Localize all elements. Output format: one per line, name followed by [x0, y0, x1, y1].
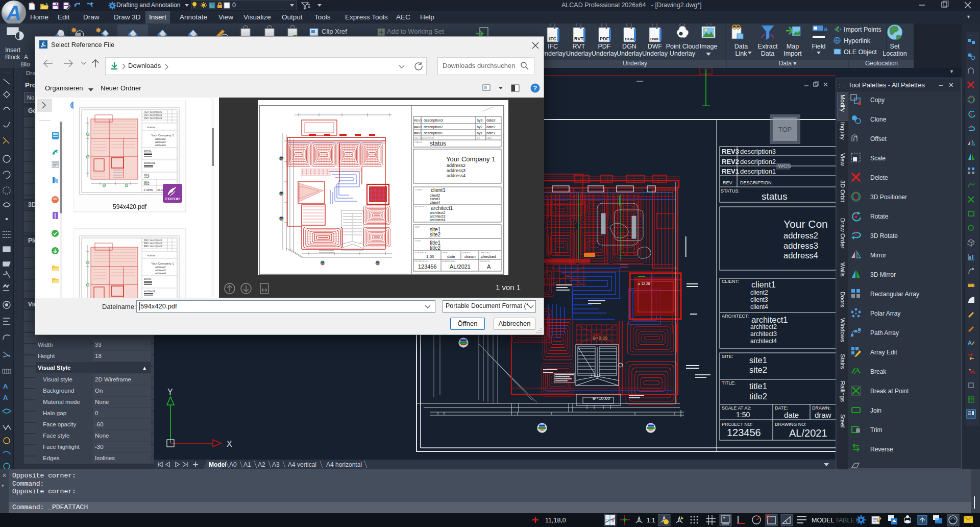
- svg-text:Break: Break: [870, 368, 887, 375]
- svg-text:AL/2021: AL/2021: [450, 264, 471, 270]
- svg-text:A: A: [3, 382, 8, 390]
- svg-text:Add to Working Set: Add to Working Set: [387, 28, 444, 35]
- svg-text:IFC: IFC: [549, 36, 557, 41]
- svg-text:STATUS:: STATUS:: [414, 141, 423, 143]
- svg-text:Link: Link: [736, 50, 748, 57]
- svg-text:⌀ 12.28: ⌀ 12.28: [638, 282, 650, 285]
- svg-text:PDF: PDF: [600, 36, 609, 41]
- svg-text:Model: Model: [209, 461, 227, 468]
- svg-text:by1: by1: [477, 131, 482, 135]
- svg-text:PROJECT NO:: PROJECT NO:: [722, 422, 752, 427]
- svg-text:REV1: REV1: [414, 132, 422, 135]
- svg-text:a: a: [824, 25, 828, 33]
- svg-text:Image: Image: [700, 43, 718, 50]
- svg-text:594x420.pdf: 594x420.pdf: [113, 203, 147, 210]
- svg-text:1:1: 1:1: [647, 517, 655, 524]
- svg-text:123456: 123456: [418, 264, 437, 270]
- svg-text:site2: site2: [749, 365, 767, 374]
- svg-text:Rectangular Array: Rectangular Array: [870, 291, 919, 298]
- svg-text:DATE:: DATE:: [486, 137, 492, 139]
- svg-text:TOP: TOP: [778, 126, 792, 133]
- svg-text:Underlay: Underlay: [566, 50, 592, 57]
- svg-text:TITLE:: TITLE:: [415, 239, 421, 242]
- svg-text:client2: client2: [430, 194, 440, 197]
- svg-text:X: X: [227, 440, 232, 448]
- svg-text:+ 9.29: + 9.29: [591, 374, 601, 377]
- svg-text:Your Company 1: Your Company 1: [446, 155, 495, 163]
- svg-text:Inquiry: Inquiry: [840, 122, 846, 140]
- svg-text:RVT: RVT: [574, 36, 583, 41]
- svg-text:Polar Array: Polar Array: [870, 310, 900, 317]
- svg-text:SCALE AT A2:: SCALE AT A2:: [414, 251, 428, 254]
- svg-text:Offset: Offset: [870, 135, 887, 142]
- svg-text:Delete: Delete: [870, 174, 888, 181]
- svg-text:Set: Set: [890, 43, 900, 50]
- svg-text:A0: A0: [229, 461, 237, 468]
- svg-text:3D Rotate: 3D Rotate: [870, 232, 898, 239]
- svg-text:TABLET: TABLET: [835, 517, 859, 524]
- svg-text:by2: by2: [477, 125, 482, 129]
- svg-text:title2: title2: [749, 392, 767, 401]
- svg-text:View: View: [840, 153, 846, 166]
- svg-text:Rotate: Rotate: [870, 213, 889, 220]
- svg-text:site2: site2: [430, 232, 441, 237]
- svg-text:REV: DESCRIPTION:: REV: DESCRIPTION:: [414, 137, 434, 139]
- svg-text:REV:: REV:: [723, 180, 733, 185]
- svg-text:A: A: [24, 54, 28, 61]
- svg-text:DESCRIPTION:: DESCRIPTION:: [740, 180, 773, 185]
- svg-text:CLIENT:: CLIENT:: [722, 279, 739, 284]
- svg-text:DRAWN:: DRAWN:: [462, 251, 470, 254]
- svg-text:drawn: drawn: [464, 254, 476, 259]
- svg-text:address4: address4: [783, 251, 818, 260]
- svg-text:Draw Order: Draw Order: [840, 218, 846, 249]
- svg-text:Mirror: Mirror: [870, 252, 886, 259]
- svg-text:Insert: Insert: [5, 46, 21, 54]
- svg-text:CHECKED:: CHECKED:: [480, 251, 491, 254]
- svg-text:3D Orbit: 3D Orbit: [840, 180, 846, 203]
- svg-text:Import: Import: [783, 50, 802, 57]
- svg-text:Join: Join: [870, 407, 881, 414]
- svg-text:Clone: Clone: [870, 116, 887, 123]
- svg-text:ARCHITECT:: ARCHITECT:: [415, 205, 427, 208]
- svg-text:architect3: architect3: [430, 214, 445, 218]
- svg-text:Field: Field: [812, 43, 825, 50]
- svg-text:DRAWING NO:: DRAWING NO:: [775, 422, 806, 427]
- svg-text:Modify: Modify: [840, 94, 846, 112]
- svg-text:architect2: architect2: [750, 323, 777, 330]
- svg-text:DWF: DWF: [648, 43, 663, 50]
- svg-text:Y: Y: [167, 388, 173, 396]
- svg-text:A: A: [968, 340, 972, 346]
- svg-text:client3: client3: [750, 296, 768, 303]
- svg-text:PROJECT NO:: PROJECT NO:: [414, 260, 428, 262]
- svg-text:ARCHITECT:: ARCHITECT:: [722, 314, 749, 319]
- svg-text:date: date: [447, 254, 455, 259]
- svg-text:Underlay: Underlay: [642, 50, 668, 57]
- svg-text:Hyperlink: Hyperlink: [844, 37, 871, 44]
- svg-text:Data: Data: [734, 43, 748, 50]
- svg-text:description1: description1: [740, 167, 776, 175]
- svg-text:Trim: Trim: [870, 426, 883, 434]
- svg-text:Extract: Extract: [758, 43, 778, 50]
- svg-text:DWF: DWF: [650, 37, 659, 41]
- svg-text:Import Points: Import Points: [844, 26, 881, 33]
- svg-text:A: A: [487, 264, 491, 270]
- svg-text:draw: draw: [815, 411, 831, 419]
- svg-text:Scale: Scale: [870, 155, 886, 162]
- svg-text:architect1: architect1: [431, 205, 453, 211]
- svg-text:Railings: Railings: [840, 381, 846, 402]
- svg-text:DATE:: DATE:: [775, 405, 788, 411]
- svg-text:⊕+9.29: ⊕+9.29: [592, 336, 607, 341]
- svg-text:address2: address2: [783, 231, 818, 240]
- svg-text:11,18,0: 11,18,0: [545, 517, 566, 524]
- svg-text:BY:: BY:: [477, 137, 480, 139]
- svg-text:architect2: architect2: [430, 211, 445, 214]
- svg-text:Data: Data: [761, 50, 774, 57]
- svg-text:REV1: REV1: [722, 167, 739, 175]
- svg-text:PDF: PDF: [598, 43, 611, 50]
- svg-text:Steel: Steel: [840, 414, 846, 427]
- svg-text:status: status: [762, 191, 788, 202]
- svg-text:1:50: 1:50: [426, 254, 434, 259]
- svg-text:AL/2021: AL/2021: [789, 427, 827, 439]
- svg-text:Doors: Doors: [840, 292, 846, 307]
- svg-text:REV2: REV2: [414, 126, 422, 129]
